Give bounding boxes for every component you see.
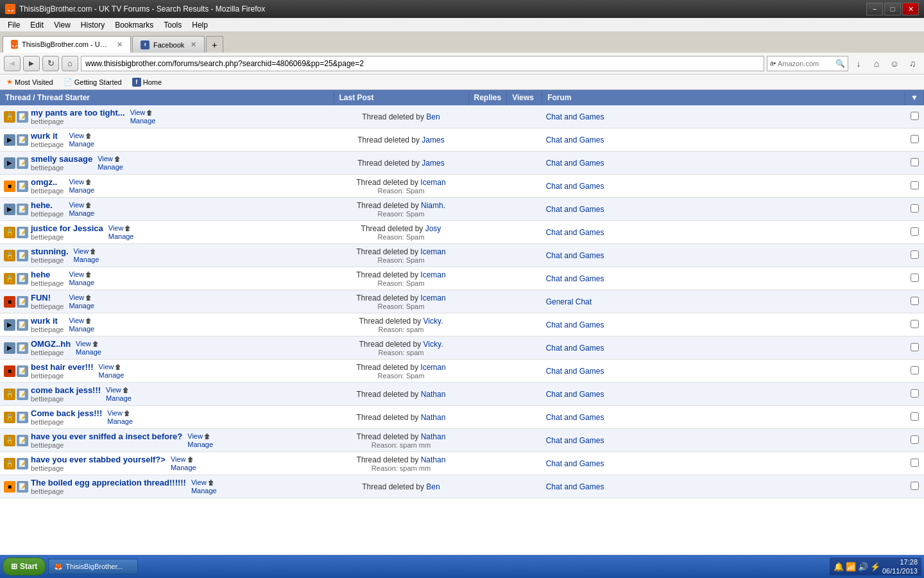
menu-edit[interactable]: Edit xyxy=(25,19,49,31)
view-link[interactable]: View xyxy=(69,270,84,278)
view-link[interactable]: View xyxy=(69,132,84,139)
manage-link[interactable]: Manage xyxy=(69,209,94,217)
forum-link[interactable]: Chat and Games xyxy=(546,459,604,468)
view-link[interactable]: View xyxy=(99,363,114,371)
row-checkbox[interactable] xyxy=(911,389,919,398)
row-checkbox[interactable] xyxy=(911,227,919,236)
col-header-forum[interactable]: Forum xyxy=(542,90,905,105)
back-button[interactable]: ◄ xyxy=(4,56,21,71)
bookmark-getting-started[interactable]: 📄 Getting Started xyxy=(61,77,124,87)
view-link[interactable]: View xyxy=(69,317,84,324)
view-link[interactable]: View xyxy=(191,478,207,486)
forum-link[interactable]: Chat and Games xyxy=(546,159,604,168)
last-post-user-link[interactable]: James xyxy=(422,136,444,144)
search-input[interactable] xyxy=(778,60,835,67)
last-post-user-link[interactable]: Nathan xyxy=(421,432,446,441)
search-icon[interactable]: 🔍 xyxy=(835,59,845,68)
last-post-user-link[interactable]: Josy xyxy=(425,224,441,233)
manage-link[interactable]: Manage xyxy=(106,394,132,402)
thread-title-link[interactable]: OMGZ..hh xyxy=(31,339,71,349)
thread-title-link[interactable]: FUN! xyxy=(31,293,64,302)
last-post-user-link[interactable]: Niamh. xyxy=(421,201,445,210)
thread-title-link[interactable]: wurk it xyxy=(31,131,64,141)
forum-link[interactable]: Chat and Games xyxy=(546,390,604,399)
tab-2-close[interactable]: ✕ xyxy=(191,40,196,49)
forum-link[interactable]: Chat and Games xyxy=(546,205,604,214)
menu-history[interactable]: History xyxy=(76,19,110,31)
manage-link[interactable]: Manage xyxy=(69,302,94,310)
close-button[interactable]: ✕ xyxy=(902,3,919,15)
manage-link[interactable]: Manage xyxy=(108,232,134,240)
view-link[interactable]: View xyxy=(69,178,84,186)
last-post-user-link[interactable]: Iceman xyxy=(420,247,445,256)
last-post-user-link[interactable]: Ben xyxy=(426,112,440,121)
tab-2[interactable]: f Facebook ✕ xyxy=(132,36,205,53)
col-header-replies[interactable]: Replies xyxy=(468,90,507,105)
taskbar-item-browser[interactable]: 🦊 ThisisBigBrother... xyxy=(48,559,138,574)
view-link[interactable]: View xyxy=(106,386,121,394)
row-checkbox[interactable] xyxy=(911,158,919,166)
view-link[interactable]: View xyxy=(98,155,113,162)
forum-link[interactable]: Chat and Games xyxy=(546,482,604,491)
forum-link[interactable]: Chat and Games xyxy=(546,367,604,376)
last-post-user-link[interactable]: Iceman xyxy=(420,363,445,372)
row-checkbox[interactable] xyxy=(911,250,919,259)
last-post-user-link[interactable]: Vicky. xyxy=(424,317,443,326)
manage-link[interactable]: Manage xyxy=(69,140,94,148)
manage-link[interactable]: Manage xyxy=(74,256,99,263)
forum-link[interactable]: General Chat xyxy=(546,297,592,306)
last-post-user-link[interactable]: Nathan xyxy=(421,455,446,464)
thread-title-link[interactable]: omgz.. xyxy=(31,177,64,187)
last-post-user-link[interactable]: James xyxy=(422,159,444,168)
menu-file[interactable]: File xyxy=(3,19,25,31)
menu-bookmarks[interactable]: Bookmarks xyxy=(110,19,158,31)
home-button[interactable]: ⌂ xyxy=(62,56,78,71)
row-checkbox[interactable] xyxy=(911,181,919,189)
col-header-views[interactable]: Views xyxy=(507,90,542,105)
thread-title-link[interactable]: justice for Jessica xyxy=(31,223,103,233)
manage-link[interactable]: Manage xyxy=(69,186,94,194)
user-icon[interactable]: ☺ xyxy=(887,56,902,71)
thread-title-link[interactable]: stunning. xyxy=(31,247,69,256)
reload-button[interactable]: ↻ xyxy=(42,56,59,71)
manage-link[interactable]: Manage xyxy=(98,163,123,171)
thread-title-link[interactable]: best hair ever!!! xyxy=(31,362,94,372)
view-link[interactable]: View xyxy=(187,432,203,440)
col-header-lastpost[interactable]: Last Post xyxy=(334,90,468,105)
sort-down-icon[interactable]: ▼ xyxy=(911,93,918,102)
menu-view[interactable]: View xyxy=(49,19,76,31)
manage-link[interactable]: Manage xyxy=(107,417,133,425)
view-link[interactable]: View xyxy=(74,247,89,255)
forum-link[interactable]: Chat and Games xyxy=(546,344,604,353)
thread-title-link[interactable]: The boiled egg appreciation thread!!!!!! xyxy=(31,478,186,487)
row-checkbox[interactable] xyxy=(911,343,919,351)
thread-title-link[interactable]: hehe. xyxy=(31,200,64,210)
row-checkbox[interactable] xyxy=(911,435,919,444)
last-post-user-link[interactable]: Vicky. xyxy=(424,340,443,349)
view-link[interactable]: View xyxy=(76,340,91,347)
thread-title-link[interactable]: have you ever sniffed a insect before? xyxy=(31,432,182,441)
manage-link[interactable]: Manage xyxy=(191,487,217,495)
forum-link[interactable]: Chat and Games xyxy=(546,436,604,445)
row-checkbox[interactable] xyxy=(911,297,919,305)
last-post-user-link[interactable]: Nathan xyxy=(421,390,446,399)
maximize-button[interactable]: □ xyxy=(884,3,901,15)
forum-link[interactable]: Chat and Games xyxy=(546,320,604,329)
minimize-button[interactable]: − xyxy=(866,3,883,15)
bookmark-most-visited[interactable]: ★ Most Visited xyxy=(4,77,56,87)
forum-link[interactable]: Chat and Games xyxy=(546,228,604,237)
view-link[interactable]: View xyxy=(171,455,186,463)
thread-title-link[interactable]: smelly sausage xyxy=(31,154,92,164)
forum-link[interactable]: Chat and Games xyxy=(546,112,604,121)
row-checkbox[interactable] xyxy=(911,204,919,213)
forum-link[interactable]: Chat and Games xyxy=(546,136,604,144)
manage-link[interactable]: Manage xyxy=(130,117,156,125)
menu-tools[interactable]: Tools xyxy=(158,19,187,31)
tab-1-close[interactable]: ✕ xyxy=(117,40,123,49)
bookmark-home[interactable]: f Home xyxy=(130,77,164,87)
last-post-user-link[interactable]: Iceman xyxy=(420,270,445,279)
view-link[interactable]: View xyxy=(107,409,123,417)
view-link[interactable]: View xyxy=(69,201,84,209)
view-link[interactable]: View xyxy=(108,224,124,232)
manage-link[interactable]: Manage xyxy=(187,441,213,448)
